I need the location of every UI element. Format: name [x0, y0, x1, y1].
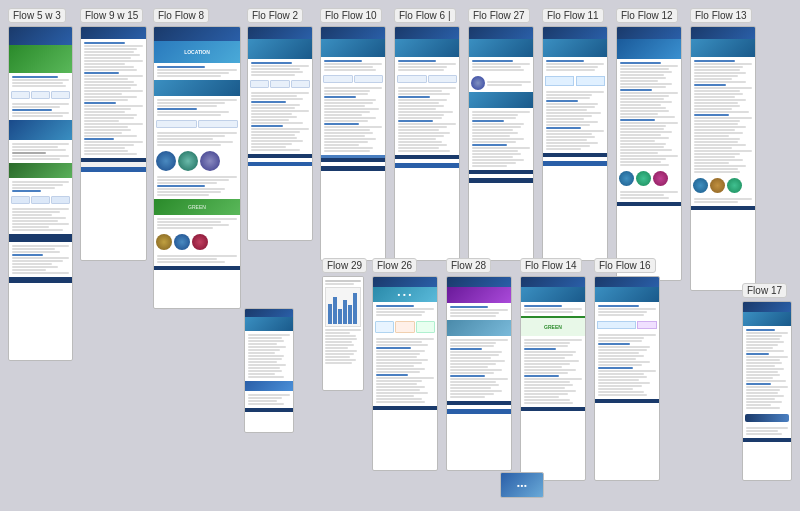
flow-label-26[interactable]: Flow 26	[372, 258, 417, 273]
flow-group-12: Flo Flow 12	[616, 8, 682, 281]
flow-group-9: Flow 9 w 15	[80, 8, 147, 261]
flow-thumbnail-14[interactable]: GREEN	[520, 276, 586, 481]
flow-thumbnail-17[interactable]	[742, 301, 792, 481]
flow-label-14[interactable]: Flo Flow 14	[520, 258, 582, 273]
flow-thumbnail-5[interactable]	[8, 26, 73, 361]
flow-thumbnail-2[interactable]	[247, 26, 313, 241]
flow-group-13: Flo Flow 13	[690, 8, 756, 291]
flow-thumbnail-28[interactable]	[446, 276, 512, 471]
flow-thumbnail-8[interactable]: LOCATION	[153, 26, 241, 309]
flow-group-2: Flo Flow 2	[247, 8, 313, 241]
flow-thumbnail-12[interactable]	[616, 26, 682, 281]
flow-label-11[interactable]: Flo Flow 11	[542, 8, 604, 23]
flow-group-14: Flo Flow 14 GREEN	[520, 258, 586, 481]
flow-label-5[interactable]: Flow 5 w 3	[8, 8, 66, 23]
flow-label-28[interactable]: Flow 28	[446, 258, 491, 273]
flow-group-28: Flow 28	[446, 258, 512, 471]
flow-group-11: Flo Flow 11	[542, 8, 608, 261]
flow-label-27[interactable]: Flo Flow 27	[468, 8, 530, 23]
flow-thumbnail-11[interactable]	[542, 26, 608, 261]
flow-thumbnail-9[interactable]	[80, 26, 147, 261]
flow-group-10: Flo Flow 10	[320, 8, 386, 261]
flow-thumbnail-29[interactable]	[322, 276, 364, 391]
flow-label-12[interactable]: Flo Flow 12	[616, 8, 678, 23]
flow-group-17: Flow 17	[742, 283, 792, 481]
flow-label-10[interactable]: Flo Flow 10	[320, 8, 382, 23]
flow-label-8[interactable]: Flo Flow 8	[153, 8, 209, 23]
flow-label-29[interactable]: Flow 29	[322, 258, 367, 273]
flow-thumbnail-16[interactable]	[594, 276, 660, 481]
flow-label-16[interactable]: Flo Flow 16	[594, 258, 656, 273]
flow-thumbnail-10[interactable]	[320, 26, 386, 261]
flow-group-8: Flo Flow 8 LOCATION	[153, 8, 241, 309]
canvas: Flow 5 w 3	[0, 0, 800, 511]
flow-group-29: Flow 29	[322, 258, 367, 391]
flow-label-9[interactable]: Flow 9 w 15	[80, 8, 143, 23]
flow-label-17[interactable]: Flow 17	[742, 283, 787, 298]
flow-thumbnail-27[interactable]	[468, 26, 534, 261]
flow-group-16: Flo Flow 16	[594, 258, 660, 481]
flow-label-6[interactable]: Flo Flow 6 |	[394, 8, 456, 23]
flow-thumbnail-tiny[interactable]: ■ ■ ■	[500, 472, 544, 498]
flow-group-6: Flo Flow 6 |	[394, 8, 460, 261]
flow-group-small-extra	[244, 308, 294, 433]
flow-label-2[interactable]: Flo Flow 2	[247, 8, 303, 23]
flow-label-13[interactable]: Flo Flow 13	[690, 8, 752, 23]
flow-group-26: Flow 26 ■ ■ ■	[372, 258, 438, 471]
flow-thumbnail-13[interactable]	[690, 26, 756, 291]
flow-thumbnail-extra[interactable]	[244, 308, 294, 433]
flow-thumbnail-26[interactable]: ■ ■ ■	[372, 276, 438, 471]
flow-thumbnail-6[interactable]	[394, 26, 460, 261]
flow-group-tiny: ■ ■ ■	[500, 472, 544, 498]
flow-group-27: Flo Flow 27	[468, 8, 534, 261]
flow-group-5: Flow 5 w 3	[8, 8, 73, 361]
